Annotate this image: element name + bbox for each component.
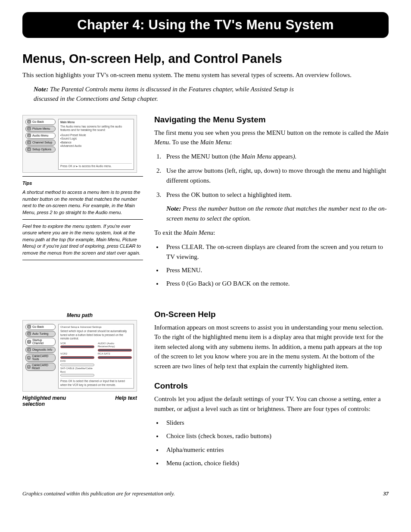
menu-path-callout: Menu path xyxy=(22,312,137,318)
shot2-item-0: 0Go Back xyxy=(25,324,56,330)
tips-para-2: Feel free to explore the menu system. If… xyxy=(22,223,143,256)
step-3: Press the OK button to select a highligh… xyxy=(163,190,389,224)
shot1-sidebar: 0Go Back 1Picture Menu 2Audio Menu 3Chan… xyxy=(25,119,56,170)
step-1: Press the MENU button (the Main Menu app… xyxy=(163,152,389,162)
step-2: Use the arrow buttons (left, right, up, … xyxy=(163,166,389,186)
shot2-item-2: 2Startup Channel xyxy=(25,338,56,346)
shot2-item-5: 5CableCARD Reset xyxy=(25,363,56,371)
exit-b1: Press CLEAR. The on-screen displays are … xyxy=(163,242,389,262)
shot1-item-1: 1Picture Menu xyxy=(25,126,56,132)
controls-list: Sliders Choice lists (check boxes, radio… xyxy=(154,418,389,468)
nav-steps: Press the MENU button (the Main Menu app… xyxy=(154,152,389,224)
nav-subtitle: Navigating the Menu System xyxy=(154,115,389,124)
help-subtitle: On-Screen Help xyxy=(154,310,389,319)
shot2-item-3: 3Diagnostic Info xyxy=(25,347,56,353)
note-body: The Parental Controls menu items is disc… xyxy=(34,86,294,103)
chapter-title-bar: Chapter 4: Using the TV's Menu System xyxy=(22,12,389,38)
shot2-item-4: 4CableCARD Tools xyxy=(25,354,56,362)
controls-item-3: Menu (action, choice fields) xyxy=(163,458,389,468)
advanced-settings-screenshot: 0Go Back 1Auto Tuning 2Startup Channel 3… xyxy=(22,320,137,392)
intro-paragraph: This section highlights your TV's on-scr… xyxy=(22,70,389,80)
shot2-item-1: 1Auto Tuning xyxy=(25,331,56,337)
tips-block: Tips A shortcut method to access a menu … xyxy=(22,176,143,260)
nav-intro: The first menu you see when you press th… xyxy=(154,128,389,147)
shot1-item-2: 2Audio Menu xyxy=(25,133,56,139)
shot1-item-0: 0Go Back xyxy=(25,119,56,125)
shot1-main-panel: Main Menu The Audio menu has screens for… xyxy=(58,119,134,170)
controls-item-2: Alpha/numeric entries xyxy=(163,445,389,455)
help-text-callout: Help text xyxy=(115,395,137,401)
exit-b2: Press MENU. xyxy=(163,265,389,275)
page-number: 37 xyxy=(383,491,389,497)
exit-bullets: Press CLEAR. The on-screen displays are … xyxy=(154,242,389,289)
controls-subtitle: Controls xyxy=(154,381,389,391)
help-body: Information appears on most screens to a… xyxy=(154,323,389,371)
shot2-sidebar: 0Go Back 1Auto Tuning 2Startup Channel 3… xyxy=(25,324,56,389)
note-label: Note: xyxy=(34,86,48,93)
tips-para-1: A shortcut method to access a menu item … xyxy=(22,189,143,216)
intro-note: Note: The Parental Controls menu items i… xyxy=(34,84,301,104)
step-3-note: Note: Press the number button on the rem… xyxy=(166,204,389,224)
section-title: Menus, On-screen Help, and Control Panel… xyxy=(22,52,389,66)
exit-intro: To exit the Main Menu: xyxy=(154,228,389,238)
shot1-item-3: 3Channel Setup xyxy=(25,140,56,146)
exit-b3: Press 0 (Go Back) or GO BACK on the remo… xyxy=(163,279,389,289)
highlighted-callout: Highlighted menu selection xyxy=(22,395,78,407)
main-menu-screenshot: 0Go Back 1Picture Menu 2Audio Menu 3Chan… xyxy=(22,115,137,173)
footer-text: Graphics contained within this publicati… xyxy=(22,491,175,497)
shot1-item-4: 4Setup Options xyxy=(25,146,56,152)
page-footer: Graphics contained within this publicati… xyxy=(22,491,389,497)
controls-item-1: Choice lists (check boxes, radio buttons… xyxy=(163,431,389,441)
tips-heading: Tips xyxy=(22,180,143,187)
controls-item-0: Sliders xyxy=(163,418,389,428)
controls-body: Controls let you adjust the default sett… xyxy=(154,394,389,414)
shot2-main-panel: Channel Setup ▸ Advanced Settings Select… xyxy=(58,324,134,389)
